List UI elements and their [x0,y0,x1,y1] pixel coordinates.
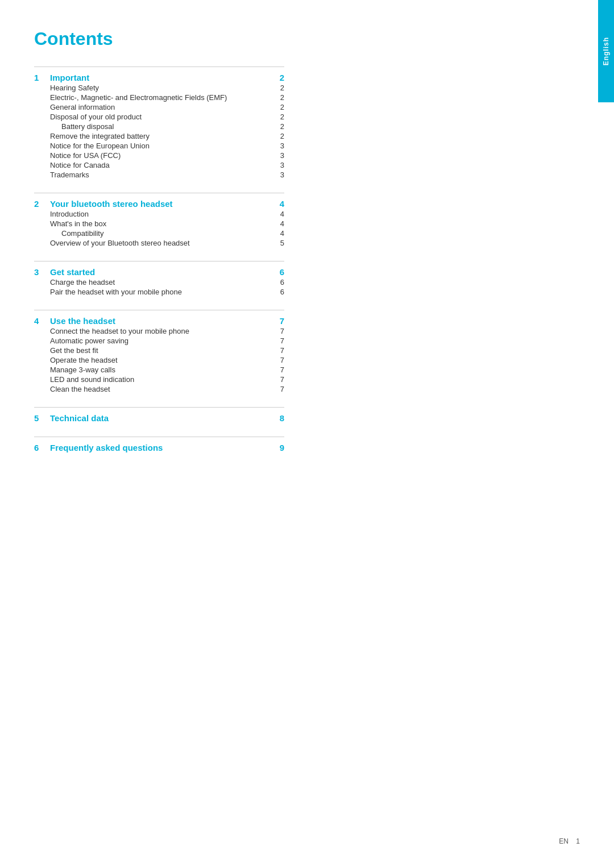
sub-page: 6 [273,288,284,296]
section-page: 9 [273,443,284,452]
subsub-title: Compatibility [61,229,273,238]
list-item: Connect the headset to your mobile phone… [34,327,284,335]
section-page: 8 [273,413,284,423]
sub-page: 3 [273,142,284,150]
subsub-page: 4 [273,229,284,238]
list-item: Disposal of your old product2 [34,113,284,121]
list-item: Get the best fit7 [34,346,284,355]
subsub-page: 2 [273,122,284,131]
sub-title: Trademarks [50,171,273,179]
sub-title: Hearing Safety [50,84,273,92]
sub-title: Overview of your Bluetooth stereo headse… [50,239,273,247]
sub-page: 2 [273,113,284,121]
sub-title: Manage 3-way calls [50,366,273,374]
sub-page: 4 [273,219,284,228]
list-item: Overview of your Bluetooth stereo headse… [34,239,284,247]
list-item: Electric-, Magnetic- and Electromagnetic… [34,93,284,102]
section-page: 7 [273,316,284,326]
sub-title: LED and sound indication [50,375,273,384]
list-item: Remove the integrated battery2 [34,132,284,140]
lang-tab-label: English [602,37,610,65]
list-item: Compatibility4 [34,229,284,238]
section-number: 2 [34,199,45,209]
list-item: Trademarks3 [34,171,284,179]
sub-page: 7 [273,327,284,335]
section-title: Your bluetooth stereo headset [50,199,273,209]
sub-page: 7 [273,346,284,355]
section-number: 6 [34,443,45,452]
sub-page: 7 [273,385,284,393]
section-row: 3Get started6 [34,267,284,277]
list-item: Hearing Safety2 [34,84,284,92]
section-title: Use the headset [50,316,273,326]
sub-page: 7 [273,366,284,374]
sub-title: Operate the headset [50,356,273,364]
footer: EN 1 [559,837,580,845]
toc-section-6: 6Frequently asked questions9 [34,437,284,452]
list-item: Charge the headset6 [34,278,284,286]
section-number: 5 [34,413,45,423]
list-item: Notice for Canada3 [34,161,284,169]
lang-tab: English [598,0,614,102]
list-item: Clean the headset7 [34,385,284,393]
sub-title: Pair the headset with your mobile phone [50,288,273,296]
list-item: Pair the headset with your mobile phone6 [34,288,284,296]
sub-title: Introduction [50,210,273,218]
list-item: Operate the headset7 [34,356,284,364]
sub-page: 3 [273,161,284,169]
sub-title: Charge the headset [50,278,273,286]
footer-page: 1 [576,837,580,845]
list-item: LED and sound indication7 [34,375,284,384]
toc-section-2: 2Your bluetooth stereo headset4Introduct… [34,193,284,247]
sub-title: Clean the headset [50,385,273,393]
sub-title: Connect the headset to your mobile phone [50,327,273,335]
sub-title: Notice for USA (FCC) [50,151,273,160]
sub-title: Notice for the European Union [50,142,273,150]
list-item: Battery disposal2 [34,122,284,131]
main-content: Contents 1Important2Hearing Safety2Elect… [0,0,318,512]
section-title: Get started [50,267,273,277]
sub-page: 3 [273,171,284,179]
list-item: General information2 [34,103,284,111]
section-number: 4 [34,316,45,326]
toc-section-3: 3Get started6Charge the headset6Pair the… [34,261,284,296]
sub-page: 2 [273,103,284,111]
sub-page: 7 [273,356,284,364]
section-number: 1 [34,73,45,82]
list-item: Automatic power saving7 [34,337,284,345]
sub-title: Disposal of your old product [50,113,273,121]
section-page: 2 [273,73,284,82]
page-title: Contents [34,28,284,49]
sub-page: 2 [273,132,284,140]
section-title: Important [50,73,273,82]
section-row: 6Frequently asked questions9 [34,443,284,452]
sub-page: 6 [273,278,284,286]
sub-page: 7 [273,337,284,345]
section-page: 4 [273,199,284,209]
section-row: 1Important2 [34,73,284,82]
toc-section-1: 1Important2Hearing Safety2Electric-, Mag… [34,67,284,179]
sub-title: Automatic power saving [50,337,273,345]
section-title: Frequently asked questions [50,443,273,452]
sub-page: 7 [273,375,284,384]
sub-title: Get the best fit [50,346,273,355]
sub-title: Electric-, Magnetic- and Electromagnetic… [50,93,273,102]
sub-title: Notice for Canada [50,161,273,169]
sub-title: Remove the integrated battery [50,132,273,140]
section-title: Technical data [50,413,273,423]
sub-page: 5 [273,239,284,247]
sub-page: 2 [273,93,284,102]
list-item: Introduction4 [34,210,284,218]
sub-page: 3 [273,151,284,160]
section-row: 4Use the headset7 [34,316,284,326]
sub-title: What's in the box [50,219,273,228]
section-number: 3 [34,267,45,277]
list-item: What's in the box4 [34,219,284,228]
footer-lang: EN [559,837,569,845]
section-row: 5Technical data8 [34,413,284,423]
toc-section-5: 5Technical data8 [34,407,284,423]
subsub-title: Battery disposal [61,122,273,131]
list-item: Manage 3-way calls7 [34,366,284,374]
section-page: 6 [273,267,284,277]
sub-page: 2 [273,84,284,92]
